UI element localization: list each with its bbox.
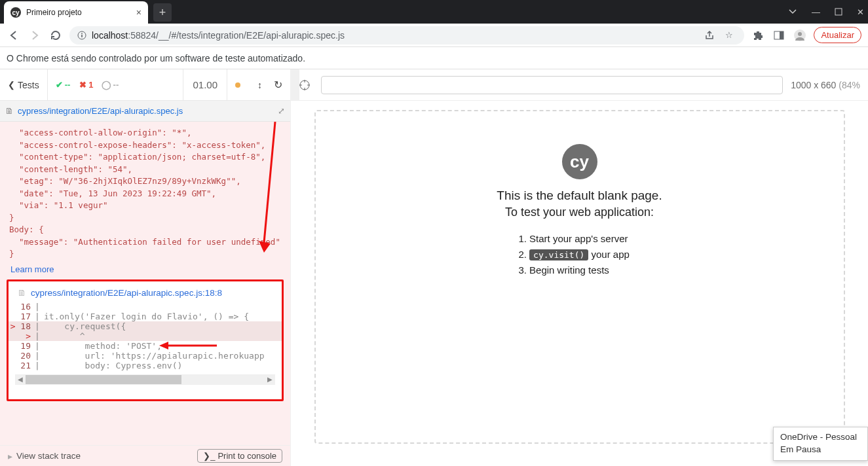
- chevron-left-icon: ❮: [8, 80, 15, 90]
- forward-icon[interactable]: [28, 28, 42, 43]
- aut-iframe-area: cy This is the default blank page. To te…: [291, 101, 868, 466]
- learn-more-link[interactable]: Learn more: [5, 262, 59, 277]
- scroll-right-icon[interactable]: ▶: [265, 376, 275, 383]
- browser-tab[interactable]: cy Primeiro projeto ×: [4, 1, 148, 24]
- spec-path-text: cypress/integration/E2E/api-alurapic.spe…: [18, 106, 183, 116]
- svg-rect-5: [780, 31, 783, 39]
- browser-tabbar: cy Primeiro projeto × + — ✕: [0, 0, 868, 24]
- tab-title: Primeiro projeto: [26, 8, 131, 17]
- terminal-icon: ❯_: [203, 451, 215, 461]
- reporter-footer: ▸ View stack trace ❯_ Print to console: [0, 445, 290, 466]
- print-to-console-label: Print to console: [217, 451, 276, 461]
- window-controls: — ✕: [788, 0, 864, 24]
- svg-rect-2: [81, 35, 83, 37]
- print-to-console-button[interactable]: ❯_ Print to console: [197, 449, 282, 463]
- bookmark-star-icon[interactable]: ☆: [722, 28, 736, 43]
- code-lines: 16|17|it.only('Fazer login do Flavio', (…: [9, 302, 282, 370]
- svg-rect-0: [835, 9, 842, 15]
- scrollbar-thumb[interactable]: [26, 375, 181, 384]
- extensions-icon[interactable]: [751, 28, 765, 43]
- spec-path-bar[interactable]: 🗎 cypress/integration/E2E/api-alurapic.s…: [0, 101, 290, 122]
- rerun-icon[interactable]: ↻: [274, 79, 282, 91]
- close-tab-icon[interactable]: ×: [136, 7, 142, 18]
- toast-status: Em Pausa: [780, 444, 857, 456]
- share-icon[interactable]: [702, 28, 717, 43]
- viewport-size-label[interactable]: 1000 x 660 (84%: [791, 80, 860, 90]
- minimize-icon[interactable]: —: [812, 7, 820, 17]
- back-icon[interactable]: [7, 28, 21, 43]
- blank-page-steps: Start your app's server cy.visit() your …: [529, 231, 630, 278]
- sidepanel-icon[interactable]: [772, 28, 786, 43]
- aut-preview-pane: 1000 x 660 (84% cy This is the default b…: [291, 69, 868, 466]
- code-location-link[interactable]: 🗎 cypress/integration/E2E/api-alurapic.s…: [9, 288, 282, 302]
- code-frame: 🗎 cypress/integration/E2E/api-alurapic.s…: [7, 279, 284, 401]
- aut-toolbar: 1000 x 660 (84%: [291, 69, 868, 101]
- new-tab-button[interactable]: +: [153, 3, 172, 22]
- selector-playground-icon[interactable]: [299, 79, 313, 91]
- browser-toolbar: localhost:58824/__/#/tests/integration/E…: [0, 24, 868, 47]
- code-location-text: cypress/integration/E2E/api-alurapic.spe…: [31, 288, 222, 298]
- tests-back-label: Tests: [18, 80, 39, 90]
- cypress-reporter-pane: ❮ Tests ✔ -- ✖ 1 ◯ -- 01.00 ↕ ↻ 🗎 cypres…: [0, 69, 291, 466]
- toast-title: OneDrive - Pessoal: [780, 431, 857, 444]
- aut-url-input[interactable]: [321, 76, 783, 94]
- automation-banner-text: O Chrome está sendo controlado por um so…: [7, 53, 305, 63]
- caret-right-icon: ▸: [8, 451, 12, 461]
- url-text: localhost:58824/__/#/tests/integration/E…: [92, 30, 697, 41]
- error-response-block: "access-control-allow-origin": "*", "acc…: [5, 126, 285, 262]
- svg-rect-3: [81, 33, 83, 34]
- file-icon: 🗎: [18, 288, 27, 298]
- pending-count: ◯ --: [102, 80, 119, 90]
- svg-point-7: [798, 32, 802, 36]
- automation-banner: O Chrome está sendo controlado por um so…: [0, 47, 868, 69]
- onedrive-toast[interactable]: OneDrive - Pessoal Em Pausa: [773, 427, 868, 461]
- address-bar[interactable]: localhost:58824/__/#/tests/integration/E…: [69, 26, 744, 45]
- step-3: Begin writing tests: [529, 262, 630, 278]
- chevron-down-icon[interactable]: [788, 7, 797, 16]
- blank-page-heading: This is the default blank page.: [497, 188, 662, 203]
- cypress-favicon: cy: [10, 7, 21, 18]
- reporter-body[interactable]: "access-control-allow-origin": "*", "acc…: [0, 122, 290, 445]
- reload-icon[interactable]: [48, 28, 63, 43]
- run-duration: 01.00: [183, 69, 227, 101]
- expand-icon[interactable]: ⤢: [278, 106, 285, 116]
- horizontal-scrollbar[interactable]: ◀ ▶: [15, 374, 275, 385]
- passed-count: ✔ --: [56, 80, 71, 90]
- annotation-arrow-icon: [159, 340, 218, 351]
- info-icon: [77, 31, 86, 40]
- svg-marker-9: [159, 342, 168, 350]
- code-snippet: cy.visit(): [529, 249, 588, 260]
- tests-back-button[interactable]: ❮ Tests: [0, 69, 48, 101]
- update-button[interactable]: Atualizar: [814, 27, 861, 43]
- cypress-logo-icon: cy: [562, 144, 597, 179]
- scroll-left-icon[interactable]: ◀: [15, 376, 26, 383]
- profile-avatar-icon[interactable]: [793, 28, 807, 43]
- next-prev-icon[interactable]: ↕: [257, 80, 262, 90]
- reporter-header: ❮ Tests ✔ -- ✖ 1 ◯ -- 01.00 ↕ ↻: [0, 69, 290, 101]
- failed-count: ✖ 1: [79, 80, 93, 90]
- step-2: cy.visit() your app: [529, 247, 630, 262]
- view-stack-trace-link[interactable]: View stack trace: [16, 451, 81, 461]
- blank-page-subheading: To test your web application:: [505, 206, 654, 219]
- status-dot-icon: [235, 82, 240, 88]
- aut-blank-page: cy This is the default blank page. To te…: [314, 110, 845, 444]
- run-stats: ✔ -- ✖ 1 ◯ --: [48, 69, 184, 101]
- close-window-icon[interactable]: ✕: [857, 7, 864, 17]
- maximize-icon[interactable]: [835, 8, 842, 16]
- step-1: Start your app's server: [529, 231, 630, 247]
- run-controls: ↕ ↻: [227, 69, 290, 101]
- file-icon: 🗎: [5, 106, 14, 116]
